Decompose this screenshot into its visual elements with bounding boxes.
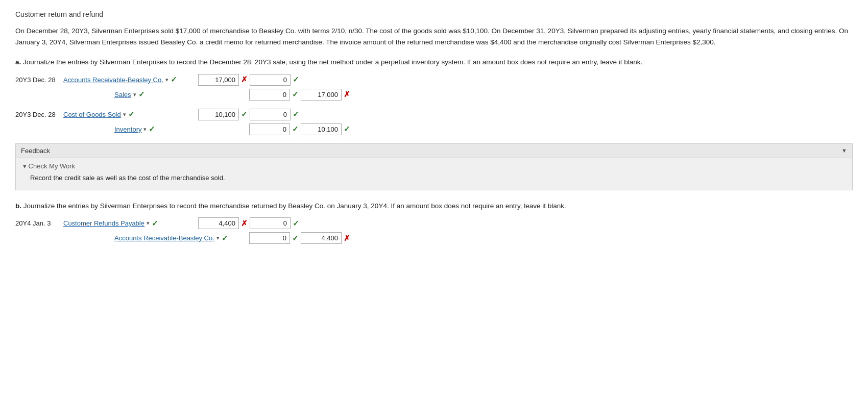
account-check-icon: ✓ xyxy=(138,90,145,99)
account-name-link[interactable]: Accounts Receivable-Beasley Co. xyxy=(114,234,214,242)
account-check-icon: ✓ xyxy=(149,125,155,134)
debit-input[interactable] xyxy=(198,74,239,86)
journal-row: 20Y3 Dec. 28Cost of Goods Sold ▾ ✓✓✓ xyxy=(15,109,853,120)
account-name-link[interactable]: Sales xyxy=(114,91,131,98)
credit-correct-icon: ✓ xyxy=(293,110,299,119)
journal-row: 20Y4 Jan. 3Customer Refunds Payable ▾ ✓✗… xyxy=(15,217,853,229)
title: Customer return and refund xyxy=(15,10,853,18)
entry-date: 20Y3 Dec. 28 xyxy=(15,111,61,118)
account-dropdown-arrow[interactable]: ▾ xyxy=(133,91,136,98)
journal-row: 20Y3 Dec. 28Accounts Receivable-Beasley … xyxy=(15,74,853,86)
feedback-body-text: Record the credit sale as well as the co… xyxy=(23,172,845,188)
account-dropdown-arrow[interactable]: ▾ xyxy=(123,111,126,118)
account-check-icon: ✓ xyxy=(152,219,158,228)
feedback-box: Feedback ▼ ▾ Check My Work Record the cr… xyxy=(15,143,853,190)
debit-input[interactable] xyxy=(249,89,290,101)
credit-incorrect-icon: ✗ xyxy=(344,90,350,99)
debit-incorrect-icon: ✗ xyxy=(241,75,248,84)
debit-correct-icon: ✓ xyxy=(241,110,248,119)
check-my-work-label[interactable]: ▾ Check My Work xyxy=(23,162,845,170)
debit-correct-icon: ✓ xyxy=(292,125,299,134)
entry-date: 20Y3 Dec. 28 xyxy=(15,76,61,84)
check-my-work-section: ▾ Check My Work Record the credit sale a… xyxy=(16,158,852,190)
journal-row: Sales ▾ ✓✓✗ xyxy=(15,89,853,101)
account-dropdown-arrow[interactable]: ▾ xyxy=(147,220,150,227)
credit-correct-icon: ✓ xyxy=(293,75,299,84)
question-a-text: a. Journalize the entries by Silverman E… xyxy=(15,57,853,68)
feedback-label: Feedback xyxy=(21,147,50,155)
credit-input[interactable] xyxy=(301,123,342,135)
account-name-link[interactable]: Accounts Receivable-Beasley Co. xyxy=(63,76,163,84)
description: On December 28, 20Y3, Silverman Enterpri… xyxy=(15,26,853,47)
debit-input[interactable] xyxy=(249,232,290,244)
account-dropdown-arrow[interactable]: ▾ xyxy=(143,126,147,133)
journal-row: Inventory ▾ ✓✓✓ xyxy=(15,123,853,135)
account-check-icon: ✓ xyxy=(222,234,228,243)
credit-correct-icon: ✓ xyxy=(344,125,350,134)
credit-incorrect-icon: ✗ xyxy=(344,234,350,243)
account-check-icon: ✓ xyxy=(128,110,135,119)
account-dropdown-arrow[interactable]: ▾ xyxy=(165,77,168,83)
credit-input[interactable] xyxy=(250,109,291,120)
credit-correct-icon: ✓ xyxy=(293,219,299,228)
debit-correct-icon: ✓ xyxy=(292,234,299,243)
account-dropdown-arrow[interactable]: ▾ xyxy=(216,235,220,241)
question-b-text: b. Journalize the entries by Silverman E… xyxy=(15,201,853,212)
feedback-collapse-icon[interactable]: ▼ xyxy=(841,147,847,154)
debit-input[interactable] xyxy=(198,217,239,229)
debit-correct-icon: ✓ xyxy=(292,90,299,99)
journal-row: Accounts Receivable-Beasley Co. ▾ ✓✓✗ xyxy=(15,232,853,244)
section-b-journal: 20Y4 Jan. 3Customer Refunds Payable ▾ ✓✗… xyxy=(15,217,853,244)
debit-incorrect-icon: ✗ xyxy=(241,219,248,228)
credit-input[interactable] xyxy=(250,74,291,86)
feedback-header: Feedback ▼ xyxy=(16,144,852,158)
debit-input[interactable] xyxy=(198,109,239,120)
entry-date: 20Y4 Jan. 3 xyxy=(15,219,61,227)
credit-input[interactable] xyxy=(301,89,342,101)
account-check-icon: ✓ xyxy=(171,75,177,84)
debit-input[interactable] xyxy=(249,123,290,135)
account-name-link[interactable]: Inventory xyxy=(114,126,141,133)
account-name-link[interactable]: Cost of Goods Sold xyxy=(63,111,121,118)
account-name-link[interactable]: Customer Refunds Payable xyxy=(63,219,144,227)
section-a-journal: 20Y3 Dec. 28Accounts Receivable-Beasley … xyxy=(15,74,853,135)
credit-input[interactable] xyxy=(250,217,291,229)
credit-input[interactable] xyxy=(301,232,342,244)
